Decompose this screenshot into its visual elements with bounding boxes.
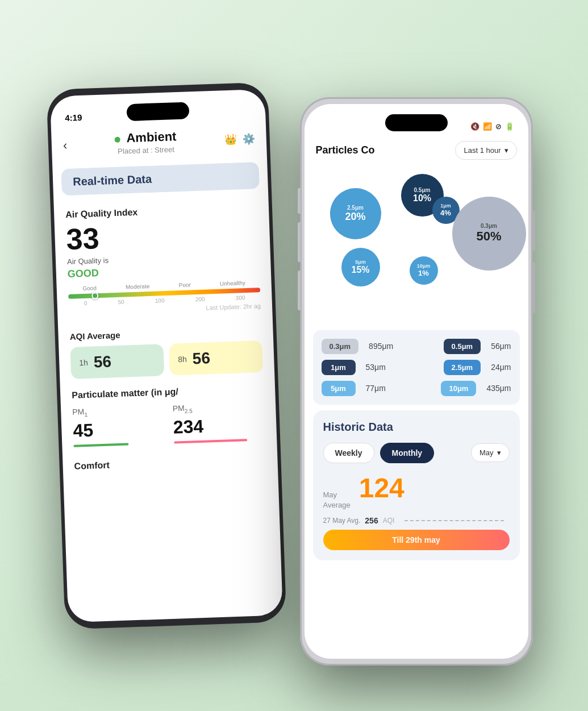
aqi-section: Air Quality Index 33 Air Quality is GOOD… <box>53 194 273 329</box>
val-05: 56μm <box>491 342 511 351</box>
bubble-25: 2.5μm 20% <box>330 188 381 239</box>
chip-10: 10μm <box>441 381 476 396</box>
aqi-avg-8h: 8h 56 <box>169 340 263 376</box>
wifi-icon: 📶 <box>483 122 492 131</box>
pm25-label: PM2.5 <box>172 401 264 414</box>
mute-icon: 🔇 <box>470 122 479 131</box>
dynamic-island-front <box>385 114 448 131</box>
chip-05: 0.5μm <box>444 339 481 354</box>
row2-left: 1μm 53μm <box>322 360 386 375</box>
chip-5: 5μm <box>322 381 356 396</box>
gradient-bar-label: Till 29th may <box>392 535 440 544</box>
mute-button[interactable] <box>298 188 301 214</box>
val-25: 24μm <box>491 363 511 372</box>
back-button[interactable]: ‹ <box>62 138 67 152</box>
daily-avg-row: 27 May Avg. 256 AQI <box>323 516 510 525</box>
aqi-avg-cards: 1h 56 8h 56 <box>70 340 263 379</box>
aqi-period-8h: 8h <box>177 354 186 364</box>
comfort-section: Comfort <box>62 446 277 480</box>
monthly-avg-label: MayAverage <box>323 490 351 510</box>
daily-avg-unit: AQI <box>383 517 395 525</box>
row2-right: 2.5μm 24μm <box>444 360 511 375</box>
particles-header: Particles Co Last 1 hour ▾ <box>305 135 528 165</box>
val-5: 77μm <box>366 384 386 393</box>
particles-title: Particles Co <box>316 144 375 156</box>
aqi-period-1h: 1h <box>79 357 88 367</box>
bubble-chart: 2.5μm 20% 0.5μm 10% 1μm 4% 0. <box>313 165 520 325</box>
pm1-label: PM1 <box>72 404 164 418</box>
historic-title: Historic Data <box>323 421 510 434</box>
gradient-bar: Till 29th may <box>323 530 510 550</box>
crown-icon: 👑 <box>224 132 237 145</box>
front-phone: 🔇 📶 ⊘ 🔋 Particles Co Last 1 hour ▾ <box>300 97 533 666</box>
bubble-03: 0.3μm 50% <box>452 197 526 271</box>
daily-avg-value: 256 <box>365 516 378 525</box>
status-dot <box>114 136 120 142</box>
month-label: May <box>479 448 494 457</box>
bubble-5: 5μm 15% <box>341 248 380 286</box>
time-filter[interactable]: Last 1 hour ▾ <box>455 141 516 160</box>
dnd-icon: ⊘ <box>495 122 502 131</box>
aqi-label: Air Quality Index <box>65 203 257 220</box>
aqi-scale: Good Moderate Poor Unhealthy 0 50 100 <box>68 279 261 316</box>
front-phone-screen: 🔇 📶 ⊘ 🔋 Particles Co Last 1 hour ▾ <box>305 104 528 659</box>
bubble-10: 10μm 1% <box>410 256 438 285</box>
pm1-card: PM1 45 <box>72 404 165 447</box>
particles-table: 0.3μm 895μm 0.5μm 56μm 1μm 53μm <box>313 330 520 405</box>
chevron-down-icon-month: ▾ <box>497 448 501 457</box>
table-row-2: 1μm 53μm 2.5μm 24μm <box>322 360 511 375</box>
power-button[interactable] <box>532 211 535 251</box>
monthly-filter[interactable]: Monthly <box>380 443 435 463</box>
monthly-avg-row: MayAverage 124 <box>323 472 510 510</box>
pm1-value: 45 <box>72 417 165 441</box>
pm25-value: 234 <box>173 413 265 438</box>
volume-button[interactable] <box>532 262 535 313</box>
aqi-avg-section: AQI Average 1h 56 8h 56 <box>58 322 274 388</box>
chip-03: 0.3μm <box>322 339 359 354</box>
pm-cards: PM1 45 PM2.5 234 <box>72 401 265 447</box>
vol-down-button[interactable] <box>298 271 301 310</box>
row1-left: 0.3μm 895μm <box>322 339 394 354</box>
gear-icon[interactable]: ⚙️ <box>242 132 255 145</box>
back-phone-content: ‹ Ambient Placed at : Street 👑 ⚙️ <box>49 89 282 622</box>
val-1: 53μm <box>366 363 386 372</box>
daily-avg-text: 27 May Avg. <box>323 517 361 525</box>
vol-up-button[interactable] <box>298 222 301 262</box>
row3-left: 5μm 77μm <box>322 381 386 396</box>
comfort-label: Comfort <box>74 454 266 471</box>
device-location: Placed at : Street <box>115 145 177 156</box>
dynamic-island-back <box>126 102 189 121</box>
pm1-bar <box>73 443 128 447</box>
chip-25: 2.5μm <box>444 360 481 375</box>
device-name: Ambient <box>126 129 177 145</box>
aqi-avg-val-1h: 56 <box>93 352 111 371</box>
table-row-3: 5μm 77μm 10μm 435μm <box>322 381 511 396</box>
table-row-1: 0.3μm 895μm 0.5μm 56μm <box>322 339 511 354</box>
section-title: Real-time Data <box>72 172 152 188</box>
aqi-avg-val-8h: 56 <box>192 349 210 368</box>
status-time: 4:19 <box>64 112 82 122</box>
aqi-value: 33 <box>65 218 258 254</box>
back-phone: 4:19 ‹ Ambient Placed at : Street 👑 <box>46 82 286 629</box>
val-10: 435μm <box>486 384 511 393</box>
pm25-bar <box>173 438 247 443</box>
weekly-filter[interactable]: Weekly <box>323 443 374 463</box>
battery-icon: 🔋 <box>505 122 514 131</box>
back-phone-screen: 4:19 ‹ Ambient Placed at : Street 👑 <box>49 89 282 622</box>
val-03: 895μm <box>369 342 393 351</box>
row1-right: 0.5μm 56μm <box>444 339 511 354</box>
chip-1: 1μm <box>322 360 356 375</box>
row3-right: 10μm 435μm <box>441 381 511 396</box>
pm-section: Particulate matter (in μg/ PM1 45 PM2.5 … <box>60 380 277 450</box>
pm25-card: PM2.5 234 <box>172 401 265 443</box>
device-name-row: Ambient <box>114 129 176 146</box>
monthly-avg-value: 124 <box>359 472 404 504</box>
aqi-indicator <box>91 292 98 299</box>
month-select[interactable]: May ▾ <box>471 443 510 462</box>
chevron-down-icon: ▾ <box>504 146 508 155</box>
time-filter-label: Last 1 hour <box>464 146 501 155</box>
dashed-line <box>404 520 503 521</box>
historic-filters: Weekly Monthly May ▾ <box>323 443 510 463</box>
front-status-icons: 🔇 📶 ⊘ 🔋 <box>470 122 514 131</box>
aqi-avg-1h: 1h 56 <box>70 344 164 379</box>
